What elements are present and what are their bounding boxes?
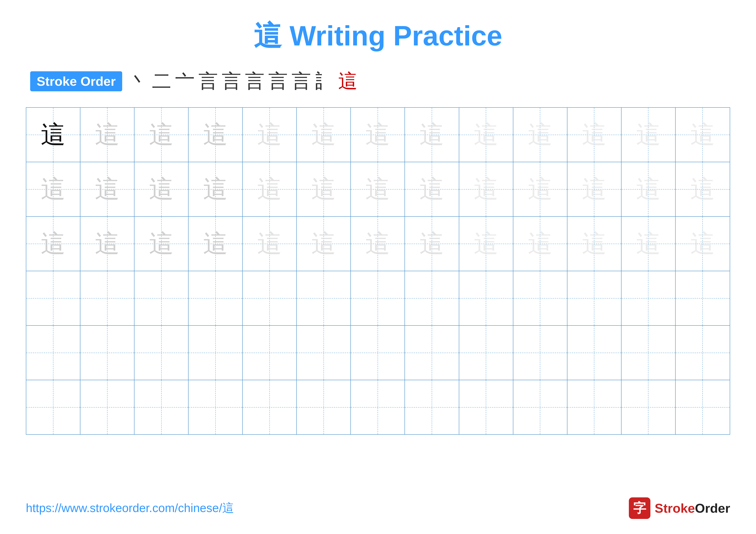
grid-cell-2-8[interactable]: 這 <box>459 217 513 271</box>
grid-cell-2-10[interactable]: 這 <box>567 217 622 271</box>
grid-cell-5-5[interactable] <box>297 380 351 434</box>
grid-cell-0-2[interactable]: 這 <box>134 108 189 162</box>
grid-cell-3-7[interactable] <box>405 271 459 325</box>
grid-cell-1-4[interactable]: 這 <box>243 162 297 216</box>
grid-cell-0-9[interactable]: 這 <box>513 108 567 162</box>
grid-cell-4-12[interactable] <box>676 326 730 380</box>
grid-cell-3-1[interactable] <box>80 271 134 325</box>
grid-cell-1-10[interactable]: 這 <box>567 162 622 216</box>
grid-row-4[interactable] <box>26 326 730 380</box>
grid-cell-0-11[interactable]: 這 <box>622 108 676 162</box>
grid-cell-1-0[interactable]: 這 <box>26 162 80 216</box>
grid-cell-2-5[interactable]: 這 <box>297 217 351 271</box>
grid-row-0[interactable]: 這這這這這這這這這這這這這 <box>26 108 730 162</box>
stroke-1: 丶 <box>129 68 148 94</box>
practice-char: 這 <box>41 231 66 256</box>
grid-cell-4-4[interactable] <box>243 326 297 380</box>
grid-cell-0-10[interactable]: 這 <box>567 108 622 162</box>
grid-cell-3-0[interactable] <box>26 271 80 325</box>
grid-cell-5-1[interactable] <box>80 380 134 434</box>
grid-cell-2-2[interactable]: 這 <box>134 217 189 271</box>
practice-char: 這 <box>690 231 715 256</box>
stroke-2: 二 <box>152 68 171 94</box>
grid-cell-1-11[interactable]: 這 <box>622 162 676 216</box>
grid-cell-5-11[interactable] <box>622 380 676 434</box>
grid-cell-4-10[interactable] <box>567 326 622 380</box>
grid-cell-1-1[interactable]: 這 <box>80 162 134 216</box>
grid-cell-0-3[interactable]: 這 <box>189 108 243 162</box>
grid-cell-3-2[interactable] <box>134 271 189 325</box>
grid-cell-1-12[interactable]: 這 <box>676 162 730 216</box>
grid-cell-0-7[interactable]: 這 <box>405 108 459 162</box>
grid-cell-1-7[interactable]: 這 <box>405 162 459 216</box>
grid-cell-5-12[interactable] <box>676 380 730 434</box>
practice-char: 這 <box>149 177 174 202</box>
grid-cell-5-8[interactable] <box>459 380 513 434</box>
practice-char: 這 <box>636 122 661 147</box>
grid-cell-4-8[interactable] <box>459 326 513 380</box>
grid-cell-0-8[interactable]: 這 <box>459 108 513 162</box>
grid-cell-3-4[interactable] <box>243 271 297 325</box>
grid-cell-4-1[interactable] <box>80 326 134 380</box>
grid-cell-0-0[interactable]: 這 <box>26 108 80 162</box>
stroke-10: 這 <box>338 68 358 94</box>
grid-cell-3-8[interactable] <box>459 271 513 325</box>
grid-cell-4-7[interactable] <box>405 326 459 380</box>
grid-cell-5-3[interactable] <box>189 380 243 434</box>
grid-cell-5-2[interactable] <box>134 380 189 434</box>
grid-cell-4-5[interactable] <box>297 326 351 380</box>
grid-cell-4-0[interactable] <box>26 326 80 380</box>
practice-char: 這 <box>95 177 120 202</box>
grid-cell-0-5[interactable]: 這 <box>297 108 351 162</box>
grid-cell-3-12[interactable] <box>676 271 730 325</box>
grid-row-2[interactable]: 這這這這這這這這這這這這這 <box>26 217 730 271</box>
grid-cell-2-1[interactable]: 這 <box>80 217 134 271</box>
grid-cell-4-3[interactable] <box>189 326 243 380</box>
grid-cell-1-8[interactable]: 這 <box>459 162 513 216</box>
grid-cell-0-1[interactable]: 這 <box>80 108 134 162</box>
grid-cell-3-11[interactable] <box>622 271 676 325</box>
grid-cell-2-12[interactable]: 這 <box>676 217 730 271</box>
grid-cell-3-6[interactable] <box>351 271 405 325</box>
grid-cell-1-3[interactable]: 這 <box>189 162 243 216</box>
grid-cell-0-12[interactable]: 這 <box>676 108 730 162</box>
footer-url[interactable]: https://www.strokeorder.com/chinese/這 <box>26 500 234 516</box>
grid-cell-4-2[interactable] <box>134 326 189 380</box>
stroke-4: 言 <box>199 68 218 94</box>
practice-char: 這 <box>257 177 282 202</box>
grid-row-1[interactable]: 這這這這這這這這這這這這這 <box>26 162 730 217</box>
grid-cell-1-2[interactable]: 這 <box>134 162 189 216</box>
grid-cell-3-10[interactable] <box>567 271 622 325</box>
grid-row-5[interactable] <box>26 380 730 434</box>
practice-char: 這 <box>365 177 390 202</box>
practice-char: 這 <box>311 122 336 147</box>
grid-cell-1-5[interactable]: 這 <box>297 162 351 216</box>
grid-cell-3-3[interactable] <box>189 271 243 325</box>
grid-cell-5-10[interactable] <box>567 380 622 434</box>
grid-cell-0-4[interactable]: 這 <box>243 108 297 162</box>
grid-cell-2-6[interactable]: 這 <box>351 217 405 271</box>
grid-cell-2-11[interactable]: 這 <box>622 217 676 271</box>
grid-cell-5-7[interactable] <box>405 380 459 434</box>
grid-cell-2-0[interactable]: 這 <box>26 217 80 271</box>
grid-cell-5-6[interactable] <box>351 380 405 434</box>
grid-cell-5-4[interactable] <box>243 380 297 434</box>
grid-cell-4-9[interactable] <box>513 326 567 380</box>
grid-cell-1-9[interactable]: 這 <box>513 162 567 216</box>
grid-cell-2-4[interactable]: 這 <box>243 217 297 271</box>
grid-cell-3-5[interactable] <box>297 271 351 325</box>
grid-cell-1-6[interactable]: 這 <box>351 162 405 216</box>
grid-cell-4-11[interactable] <box>622 326 676 380</box>
practice-char: 這 <box>257 122 282 147</box>
grid-cell-5-9[interactable] <box>513 380 567 434</box>
grid-cell-0-6[interactable]: 這 <box>351 108 405 162</box>
grid-cell-2-3[interactable]: 這 <box>189 217 243 271</box>
grid-cell-2-9[interactable]: 這 <box>513 217 567 271</box>
grid-cell-2-7[interactable]: 這 <box>405 217 459 271</box>
grid-cell-4-6[interactable] <box>351 326 405 380</box>
grid-row-3[interactable] <box>26 271 730 326</box>
practice-char: 這 <box>203 231 228 256</box>
practice-char: 這 <box>311 177 336 202</box>
grid-cell-3-9[interactable] <box>513 271 567 325</box>
grid-cell-5-0[interactable] <box>26 380 80 434</box>
